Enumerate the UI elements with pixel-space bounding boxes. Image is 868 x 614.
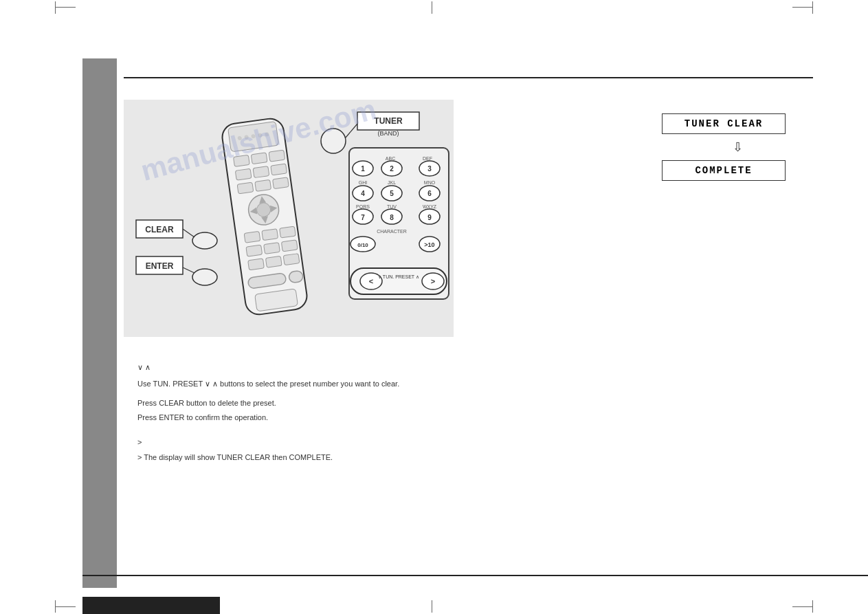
corner-tick: [55, 600, 56, 613]
svg-rect-30: [283, 254, 300, 265]
svg-text:WXYZ: WXYZ: [423, 204, 437, 209]
svg-rect-22: [244, 231, 260, 243]
svg-text:CHARACTER: CHARACTER: [377, 229, 407, 234]
instruction-para3: Press ENTER to confirm the operation.: [137, 411, 799, 425]
instruction-preset-symbols: ∨ ∧: [137, 361, 799, 375]
instruction-para4: > The display will show TUNER CLEAR then…: [137, 451, 799, 465]
svg-rect-15: [273, 177, 289, 189]
svg-rect-29: [265, 256, 282, 267]
sidebar-bar: [82, 58, 117, 588]
svg-rect-28: [248, 259, 265, 270]
svg-text:2: 2: [390, 165, 394, 173]
svg-rect-24: [280, 226, 296, 238]
complete-display: COMPLETE: [662, 160, 786, 181]
corner-tick: [432, 1, 432, 14]
svg-text:TUNER: TUNER: [374, 116, 403, 126]
corner-tick: [55, 606, 76, 607]
bottom-bar: [82, 597, 220, 614]
svg-rect-10: [235, 168, 252, 180]
svg-text:8: 8: [390, 214, 394, 221]
remote-svg: TUNER (BAND) ABC DEF 1 2 3 GHI JKL MNO: [124, 100, 454, 337]
corner-tick: [792, 7, 813, 8]
svg-rect-13: [237, 182, 254, 194]
svg-rect-8: [251, 153, 267, 164]
instruction-area: ∨ ∧ Use TUN. PRESET ∨ ∧ buttons to selec…: [124, 361, 813, 466]
svg-text:ENTER: ENTER: [146, 261, 174, 271]
display-area: TUNER CLEAR ⇩ COMPLETE: [662, 113, 813, 181]
svg-point-83: [192, 269, 217, 285]
svg-text:>: >: [431, 277, 435, 285]
svg-text:GHI: GHI: [359, 180, 368, 185]
remote-image: TUNER (BAND) ABC DEF 1 2 3 GHI JKL MNO: [124, 100, 454, 337]
svg-text:TUV: TUV: [387, 204, 397, 209]
svg-rect-11: [253, 166, 269, 178]
svg-line-38: [346, 124, 357, 138]
svg-text:3: 3: [427, 165, 432, 173]
main-content: TUNER (BAND) ABC DEF 1 2 3 GHI JKL MNO: [124, 58, 813, 576]
svg-text:9: 9: [427, 214, 432, 221]
svg-text:<: <: [369, 277, 373, 285]
instruction-para2: Press CLEAR button to delete the preset.: [137, 397, 799, 410]
corner-tick: [792, 606, 813, 607]
svg-rect-23: [262, 229, 278, 241]
svg-line-84: [183, 267, 194, 273]
svg-text:(BAND): (BAND): [378, 130, 399, 137]
svg-rect-9: [269, 150, 285, 162]
display-line1-box: TUNER CLEAR: [662, 113, 813, 134]
svg-rect-12: [271, 164, 287, 175]
instruction-gt-symbol: >: [137, 436, 799, 450]
svg-text:0/10: 0/10: [357, 242, 368, 248]
svg-text:ABC: ABC: [386, 156, 395, 161]
svg-text:∨  TUN. PRESET  ∧: ∨ TUN. PRESET ∧: [378, 274, 419, 279]
svg-rect-27: [281, 240, 298, 252]
svg-rect-25: [246, 245, 263, 256]
tuner-clear-display: TUNER CLEAR: [662, 113, 786, 134]
svg-rect-26: [264, 243, 280, 254]
svg-text:MNO: MNO: [424, 180, 436, 185]
corner-tick: [812, 1, 813, 14]
svg-rect-14: [255, 179, 271, 191]
svg-point-79: [192, 232, 217, 249]
svg-line-80: [183, 229, 194, 237]
corner-tick: [812, 600, 813, 613]
corner-tick: [55, 1, 56, 14]
svg-text:DEF: DEF: [423, 156, 432, 161]
display-arrow: ⇩: [662, 140, 813, 155]
svg-text:>10: >10: [424, 241, 434, 248]
svg-text:5: 5: [390, 190, 394, 197]
svg-text:7: 7: [361, 214, 365, 221]
svg-text:4: 4: [361, 190, 365, 197]
display-line2-box: COMPLETE: [662, 160, 813, 181]
svg-rect-7: [234, 155, 250, 166]
instruction-para1: Use TUN. PRESET ∨ ∧ buttons to select th…: [137, 377, 799, 391]
svg-point-37: [321, 129, 346, 153]
svg-text:CLEAR: CLEAR: [145, 225, 174, 234]
corner-tick: [432, 600, 432, 613]
svg-text:6: 6: [427, 190, 432, 197]
corner-tick: [55, 7, 76, 8]
bottom-rule-line: [82, 575, 868, 576]
svg-text:JKL: JKL: [388, 180, 396, 185]
svg-text:1: 1: [361, 165, 365, 173]
